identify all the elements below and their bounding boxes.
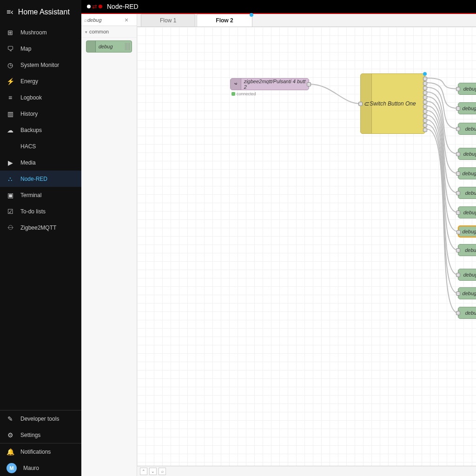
sidebar-item-developer-tools[interactable]: ✎Developer tools xyxy=(0,410,81,427)
nav-bottom: ✎Developer tools⚙Settings xyxy=(0,410,81,443)
sidebar-item-to-do-lists[interactable]: ☑To-do lists xyxy=(0,203,81,219)
palette-search: ⌕ × xyxy=(81,14,137,26)
sidebar-item-system-monitor[interactable]: ◷System Monitor xyxy=(0,57,81,73)
node-debug-4[interactable]: debug 2_double xyxy=(458,167,476,179)
port-out-9[interactable] xyxy=(423,119,427,123)
nav-icon: ⦵ xyxy=(7,224,14,231)
tab-flow-2[interactable]: Flow 2 xyxy=(197,14,252,26)
node-debug-9[interactable]: debug 2_single xyxy=(458,269,476,281)
nav-icon: ✎ xyxy=(7,415,14,423)
port-out-10[interactable] xyxy=(423,123,427,127)
sidebar-item-node-red[interactable]: ⛬Node-RED xyxy=(0,171,81,187)
nav-icon: ☑ xyxy=(7,208,14,215)
port-in[interactable] xyxy=(456,311,460,315)
palette-node-debug[interactable]: debug xyxy=(86,40,132,53)
node-debug-2[interactable]: debug 1_hold xyxy=(458,123,476,135)
nav-icon: ⛬ xyxy=(7,175,14,183)
nav-icon: ◷ xyxy=(7,61,14,69)
node-debug-7[interactable]: debug 3_double xyxy=(458,225,476,238)
nav-icon: ⚙ xyxy=(7,431,14,439)
port-out-8[interactable] xyxy=(423,114,427,118)
node-mqtt-in[interactable]: ༄ zigbee2mqtt/Pulsanti 4 butt 2 connecte… xyxy=(230,78,309,90)
nodered-logo-icon: ⇄ xyxy=(87,3,102,10)
node-debug-6[interactable]: debug 3_single xyxy=(458,206,476,218)
nav-icon: ☁ xyxy=(7,126,14,134)
port-in[interactable] xyxy=(456,248,460,252)
sidebar-item-map[interactable]: 🗨Map xyxy=(0,40,81,57)
nav-icon: 🗨 xyxy=(7,45,14,53)
sidebar-item-media[interactable]: ▶Media xyxy=(0,154,81,171)
port-in[interactable] xyxy=(456,172,460,176)
workspace: Flow 1Flow 2 ༄ zigbee2mqtt/Pulsanti 4 bu… xyxy=(137,14,476,476)
nav-icon xyxy=(7,143,14,150)
palette-search-clear[interactable]: × xyxy=(125,16,128,24)
app-title: Home Assistant xyxy=(18,8,70,16)
port-in[interactable] xyxy=(456,191,460,195)
nav-icon: 🔔 xyxy=(7,448,14,456)
palette-category[interactable]: common xyxy=(81,26,137,38)
nav-icon: ⊞ xyxy=(7,29,14,36)
nav-footer: 🔔NotificationsMMauro xyxy=(0,443,81,476)
port-in[interactable] xyxy=(456,152,460,156)
node-debug-1[interactable]: debug 1_double xyxy=(458,102,476,114)
port-in[interactable] xyxy=(456,230,461,234)
nav-icon: ▶ xyxy=(7,159,14,166)
node-debug-5[interactable]: debug 2_hold xyxy=(458,187,476,199)
node-debug-10[interactable]: debug 2_double xyxy=(458,287,476,299)
sidebar-item-hacs[interactable]: HACS xyxy=(0,138,81,154)
port-in[interactable] xyxy=(456,273,460,277)
footer-up-button[interactable]: ⌃ xyxy=(140,468,147,475)
footer-down-button[interactable]: ⌄ xyxy=(149,468,157,475)
port-in[interactable] xyxy=(456,291,460,296)
node-status: connected xyxy=(231,92,256,96)
node-debug-0[interactable]: debug 1_single xyxy=(458,83,476,95)
sidebar-item-terminal[interactable]: ▣Terminal xyxy=(0,187,81,203)
port-out-1[interactable] xyxy=(423,81,427,86)
status-dot-icon xyxy=(231,92,235,96)
node-debug-3[interactable]: debug 2_single xyxy=(458,148,476,160)
node-debug-8[interactable]: debu❖1_hold xyxy=(458,244,476,256)
palette-search-input[interactable] xyxy=(87,17,125,23)
debug-icon xyxy=(86,41,96,52)
port-out-7[interactable] xyxy=(423,109,427,113)
nav-main: ⊞Mushroom🗨Map◷System Monitor⚡Energy≡Logb… xyxy=(0,24,81,410)
search-icon: ⌕ xyxy=(84,17,87,23)
nav-icon: ▣ xyxy=(7,192,14,199)
sidebar-item-mauro[interactable]: MMauro xyxy=(0,460,81,476)
node-function[interactable]: ⊂ Switch Button One xyxy=(360,73,425,134)
topbar: ⇄ Node-RED xyxy=(81,0,476,14)
port-out-11[interactable] xyxy=(423,128,427,132)
sidebar-item-history[interactable]: ▥History xyxy=(0,106,81,122)
port-out-5[interactable] xyxy=(423,100,427,104)
nav-icon: ≡ xyxy=(7,94,14,101)
sidebar-item-zigbee2mqtt[interactable]: ⦵Zigbee2MQTT xyxy=(0,219,81,236)
port-in[interactable] xyxy=(456,87,460,91)
port-in[interactable] xyxy=(456,106,460,111)
sidebar-item-logbook[interactable]: ≡Logbook xyxy=(0,89,81,106)
port-out-2[interactable] xyxy=(423,86,427,90)
node-debug-11[interactable]: debug 2_hold xyxy=(458,307,476,319)
port-out-4[interactable] xyxy=(423,95,427,99)
port-out-3[interactable] xyxy=(423,91,427,95)
sidebar-item-settings[interactable]: ⚙Settings xyxy=(0,427,81,443)
port-out[interactable] xyxy=(307,82,311,86)
sidebar-item-energy[interactable]: ⚡Energy xyxy=(0,73,81,89)
sidebar-item-mushroom[interactable]: ⊞Mushroom xyxy=(0,24,81,40)
sidebar-header: ≡‹ Home Assistant xyxy=(0,0,81,24)
port-out-0[interactable] xyxy=(423,77,427,81)
workspace-footer: ⌃ ⌄ ⌕ xyxy=(137,466,476,476)
sidebar-item-notifications[interactable]: 🔔Notifications xyxy=(0,443,81,460)
menu-toggle-icon[interactable]: ≡‹ xyxy=(7,8,13,16)
tab-flow-1[interactable]: Flow 1 xyxy=(141,14,195,26)
sidebar: ≡‹ Home Assistant ⊞Mushroom🗨Map◷System M… xyxy=(0,0,81,476)
avatar: M xyxy=(7,463,17,473)
sidebar-item-backups[interactable]: ☁Backups xyxy=(0,122,81,138)
port-in[interactable] xyxy=(456,127,460,131)
footer-search-button[interactable]: ⌕ xyxy=(159,468,166,475)
canvas[interactable]: ༄ zigbee2mqtt/Pulsanti 4 butt 2 connecte… xyxy=(137,27,476,466)
port-in[interactable] xyxy=(456,211,460,215)
port-in[interactable] xyxy=(358,102,363,106)
changed-dot-icon xyxy=(423,72,427,76)
tabs: Flow 1Flow 2 xyxy=(137,14,476,27)
port-out-6[interactable] xyxy=(423,105,427,109)
